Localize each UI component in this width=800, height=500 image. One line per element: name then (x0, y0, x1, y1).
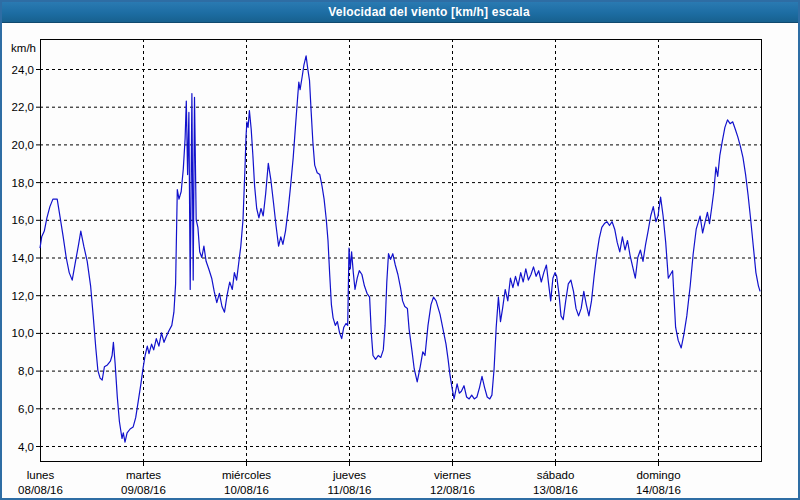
x-date-label: 11/08/16 (328, 484, 372, 496)
grid-lines (40, 39, 761, 461)
axis-labels: 24,022,020,018,016,014,012,010,08,06,04,… (11, 42, 681, 496)
x-day-label: jueves (332, 469, 366, 481)
x-day-label: martes (126, 469, 161, 481)
x-day-label: miércoles (222, 469, 271, 481)
x-day-label: sábado (537, 469, 575, 481)
x-day-label: viernes (434, 469, 471, 481)
wind-speed-chart: 24,022,020,018,016,014,012,010,08,06,04,… (2, 23, 798, 499)
y-tick-label: 22,0 (12, 101, 34, 113)
app-window: { "window": { "title": "Velocidad del vi… (0, 0, 800, 500)
y-tick-label: 20,0 (12, 139, 34, 151)
x-day-label: domingo (636, 469, 680, 481)
x-day-label: lunes (27, 469, 55, 481)
y-tick-label: 4,0 (18, 441, 34, 453)
x-date-label: 14/08/16 (636, 484, 681, 496)
x-date-label: 09/08/16 (121, 484, 166, 496)
y-tick-label: 10,0 (12, 327, 34, 339)
y-tick-label: 16,0 (12, 214, 34, 226)
x-date-label: 12/08/16 (430, 484, 475, 496)
y-tick-label: 8,0 (18, 365, 34, 377)
chart-title: Velocidad del viento [km/h] escala (328, 5, 530, 19)
x-date-label: 13/08/16 (533, 484, 578, 496)
y-axis-unit-label: km/h (11, 42, 36, 54)
wind-speed-series-line (40, 56, 760, 442)
y-tick-label: 18,0 (12, 177, 34, 189)
window-title-bar: Velocidad del viento [km/h] escala (2, 2, 798, 23)
x-date-label: 08/08/16 (18, 484, 63, 496)
y-tick-label: 6,0 (18, 403, 34, 415)
x-date-label: 10/08/16 (224, 484, 269, 496)
axes (36, 40, 762, 467)
y-tick-label: 12,0 (12, 290, 34, 302)
y-tick-label: 14,0 (12, 252, 34, 264)
plot-border (41, 40, 762, 462)
y-tick-label: 24,0 (12, 64, 34, 76)
